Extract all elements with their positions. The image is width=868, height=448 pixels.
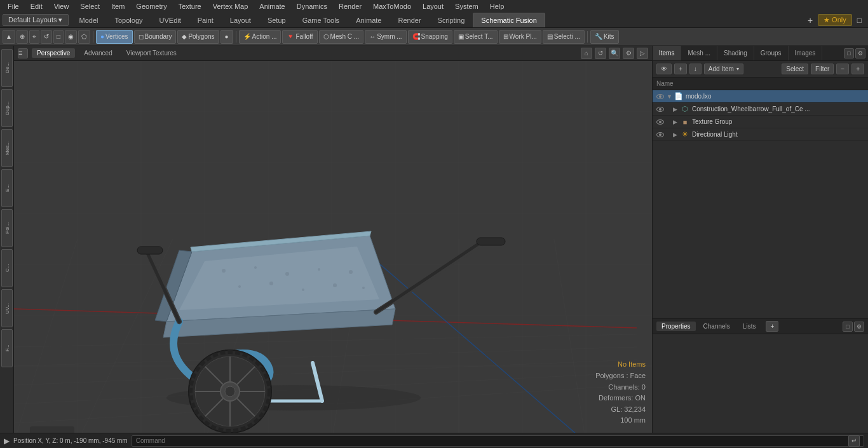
item-eye-texture[interactable] — [655, 117, 665, 127]
menu-select[interactable]: Select — [75, 1, 105, 11]
falloff-btn[interactable]: 🔻 Falloff — [282, 30, 317, 44]
tab-render[interactable]: Render — [390, 13, 429, 27]
menu-animate[interactable]: Animate — [254, 1, 290, 11]
tab-game-tools[interactable]: Game Tools — [294, 13, 348, 27]
sidebar-tab-pol[interactable]: Pol... — [1, 209, 13, 247]
default-layouts-dropdown[interactable]: Default Layouts ▾ — [3, 14, 69, 26]
canvas-area[interactable]: Y X Z No Items Polygons : Face Channels:… — [14, 61, 652, 433]
work-plane-btn[interactable]: ⊞ Work Pl... — [499, 30, 541, 44]
tab-topology[interactable]: Topology — [106, 13, 151, 27]
symm-btn[interactable]: ↔ Symm ... — [365, 30, 406, 44]
add-layout-button[interactable]: + — [805, 15, 815, 25]
sidebar-tab-c[interactable]: C... — [1, 249, 13, 287]
sidebar-tab-e[interactable]: E... — [1, 169, 13, 207]
transform-move-btn[interactable]: ▲ — [3, 30, 15, 44]
rt-ctrl-expand[interactable]: □ — [844, 48, 854, 58]
command-input[interactable] — [136, 437, 847, 444]
transform-scale-btn[interactable]: ⌖ — [29, 30, 39, 44]
item-expand-light[interactable]: ▶ — [673, 132, 679, 138]
viewport-settings-btn[interactable]: ⚙ — [623, 48, 634, 59]
sidebar-tab-uv[interactable]: UV... — [1, 289, 13, 327]
item-eye-modo[interactable] — [655, 92, 665, 102]
rt-ctrl-settings[interactable]: ⚙ — [855, 48, 865, 58]
menu-geometry[interactable]: Geometry — [131, 1, 172, 11]
items-plus-btn[interactable]: + — [851, 64, 864, 74]
menu-maxtomodo[interactable]: MaxToModo — [368, 1, 416, 11]
menu-file[interactable]: File — [3, 1, 24, 11]
prop-tab-lists[interactable]: Lists — [738, 322, 761, 331]
transform-circle-btn[interactable]: ◉ — [65, 30, 77, 44]
selecti-btn[interactable]: ▤ Selecti ... — [543, 30, 585, 44]
item-texture-group[interactable]: ▶ ■ Texture Group — [653, 116, 868, 128]
prop-tab-properties[interactable]: Properties — [656, 322, 696, 331]
sidebar-tab-mes[interactable]: Mes... — [1, 129, 13, 167]
prop-tab-channels[interactable]: Channels — [698, 322, 735, 331]
menu-vertex-map[interactable]: Vertex Map — [208, 1, 254, 11]
item-expand-texture[interactable]: ▶ — [673, 119, 679, 125]
viewport-maximize-btn[interactable]: ▷ — [637, 48, 648, 59]
snapping-btn[interactable]: 🧲 Snapping — [408, 30, 452, 44]
viewport-reset-btn[interactable]: ↺ — [595, 48, 606, 59]
item-eye-light[interactable] — [655, 130, 665, 140]
tab-items[interactable]: Items — [653, 46, 681, 60]
kits-btn[interactable]: 🔧 Kits — [590, 30, 619, 44]
polygons-btn[interactable]: ◆ Polygons — [177, 30, 219, 44]
tab-shading[interactable]: Shading — [717, 46, 754, 60]
boundary-btn[interactable]: ◻ Boundary — [134, 30, 177, 44]
mesh-btn[interactable]: ⬡ Mesh C ... — [319, 30, 364, 44]
items-list[interactable]: ▼ 📄 modo.lxo ▶ ⬡ Construction_Wheelbarro… — [653, 90, 868, 318]
transform-poly-btn[interactable]: ⬠ — [78, 30, 90, 44]
items-icon-btn2[interactable]: + — [674, 64, 687, 74]
menu-texture[interactable]: Texture — [173, 1, 207, 11]
tab-schematic-fusion[interactable]: Schematic Fusion — [473, 13, 545, 27]
viewport-menu-btn[interactable]: ≡ — [18, 48, 28, 58]
vertices-btn[interactable]: ● Vertices — [96, 30, 133, 44]
tab-model[interactable]: Model — [71, 13, 107, 27]
sidebar-tab-f[interactable]: F... — [1, 329, 13, 367]
tab-animate[interactable]: Animate — [348, 13, 390, 27]
menu-item[interactable]: Item — [106, 1, 130, 11]
item-modo-lxo[interactable]: ▼ 📄 modo.lxo — [653, 90, 868, 103]
item-expand-wheelbarrow[interactable]: ▶ — [673, 106, 679, 112]
vp-tab-perspective[interactable]: Perspective — [32, 48, 75, 58]
menu-system[interactable]: System — [450, 1, 484, 11]
tab-layout[interactable]: Layout — [222, 13, 259, 27]
add-item-dropdown[interactable]: Add Item ▾ — [704, 64, 743, 74]
menu-view[interactable]: View — [49, 1, 74, 11]
viewport-home-btn[interactable]: ⌂ — [581, 48, 592, 59]
vp-tab-advanced[interactable]: Advanced — [79, 48, 117, 58]
tab-paint[interactable]: Paint — [189, 13, 222, 27]
maximize-layout-button[interactable]: □ — [855, 16, 864, 25]
star-only-button[interactable]: ★ Only — [818, 14, 852, 26]
prop-settings-btn[interactable]: ⚙ — [854, 322, 864, 332]
item-expand-modo[interactable]: ▼ — [667, 93, 673, 100]
command-run-button[interactable]: ↵ — [848, 435, 860, 447]
items-filter-btn[interactable]: Filter — [811, 64, 834, 74]
tab-uvedit[interactable]: UVEdit — [151, 13, 189, 27]
transform-rotate-btn[interactable]: ⊕ — [17, 30, 28, 44]
menu-layout[interactable]: Layout — [417, 1, 449, 11]
sidebar-tab-de[interactable]: De... — [1, 49, 13, 87]
tab-setup[interactable]: Setup — [259, 13, 294, 27]
select-tool-btn[interactable]: ▣ Select T... — [454, 30, 498, 44]
tab-mesh[interactable]: Mesh ... — [681, 46, 717, 60]
vp-tab-textures[interactable]: Viewport Textures — [121, 48, 182, 58]
selection-dot-btn[interactable]: ● — [220, 30, 233, 44]
items-icon-btn3[interactable]: ↓ — [689, 64, 702, 74]
menu-help[interactable]: Help — [485, 1, 510, 11]
tab-groups[interactable]: Groups — [754, 46, 789, 60]
menu-dynamics[interactable]: Dynamics — [292, 1, 332, 11]
prop-add-btn[interactable]: + — [766, 321, 778, 332]
viewport-zoom-btn[interactable]: 🔍 — [609, 48, 620, 59]
items-icon-btn1[interactable]: 👁 — [656, 64, 672, 74]
status-expand-arrow[interactable]: ▶ — [4, 437, 10, 445]
tab-images[interactable]: Images — [789, 46, 823, 60]
action-btn[interactable]: ⚡ Action ... — [239, 30, 281, 44]
transform-box-btn[interactable]: □ — [53, 30, 64, 44]
tab-scripting[interactable]: Scripting — [430, 13, 473, 27]
items-minus-btn[interactable]: − — [836, 64, 849, 74]
item-eye-wheelbarrow[interactable] — [655, 104, 665, 114]
menu-edit[interactable]: Edit — [25, 1, 48, 11]
items-select-btn[interactable]: Select — [782, 64, 808, 74]
menu-render[interactable]: Render — [334, 1, 367, 11]
